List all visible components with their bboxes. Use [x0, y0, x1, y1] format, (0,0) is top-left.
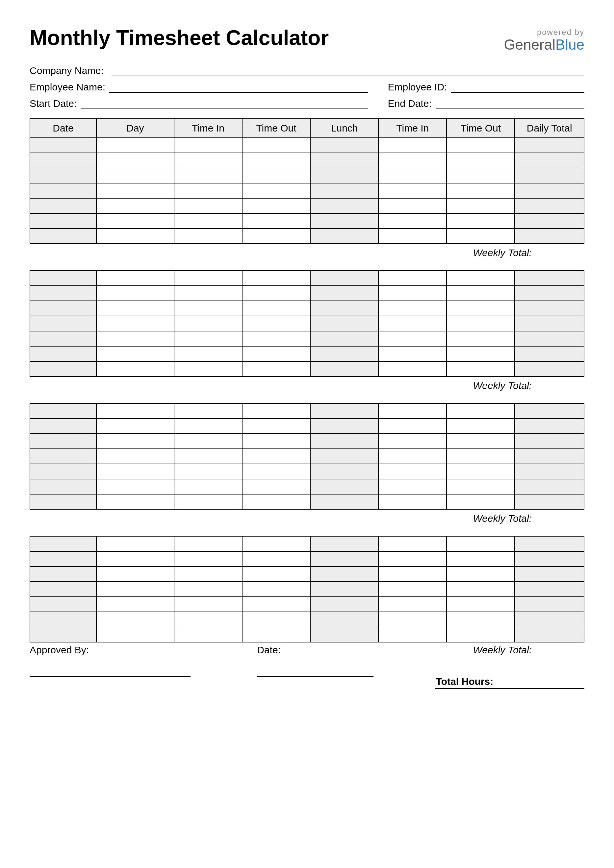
cell-daily-total[interactable]	[515, 612, 584, 627]
cell-time-out-2[interactable]	[446, 494, 515, 509]
approved-by-input[interactable]	[30, 676, 191, 677]
cell-time-in-2[interactable]	[378, 597, 446, 612]
cell-date[interactable]	[30, 153, 96, 168]
cell-date[interactable]	[30, 168, 96, 183]
cell-time-in[interactable]	[174, 286, 242, 301]
cell-day[interactable]	[96, 271, 174, 286]
cell-lunch[interactable]	[310, 627, 378, 642]
cell-time-out-2[interactable]	[446, 479, 515, 494]
cell-time-in-2[interactable]	[378, 168, 446, 183]
cell-lunch[interactable]	[310, 597, 378, 612]
cell-time-out-2[interactable]	[446, 418, 515, 434]
cell-time-in[interactable]	[174, 597, 242, 612]
cell-daily-total[interactable]	[515, 346, 584, 361]
cell-date[interactable]	[30, 316, 96, 331]
cell-time-in-2[interactable]	[378, 434, 446, 449]
cell-daily-total[interactable]	[515, 138, 584, 153]
cell-time-out[interactable]	[242, 138, 310, 153]
cell-lunch[interactable]	[310, 418, 378, 434]
cell-time-out-2[interactable]	[446, 168, 515, 183]
cell-date[interactable]	[30, 597, 96, 612]
cell-date[interactable]	[30, 183, 96, 198]
cell-time-in[interactable]	[174, 494, 242, 509]
cell-day[interactable]	[96, 403, 174, 418]
cell-lunch[interactable]	[310, 464, 378, 479]
cell-time-in-2[interactable]	[378, 479, 446, 494]
cell-lunch[interactable]	[310, 301, 378, 316]
cell-time-out[interactable]	[242, 168, 310, 183]
cell-day[interactable]	[96, 301, 174, 316]
cell-date[interactable]	[30, 479, 96, 494]
cell-day[interactable]	[96, 566, 174, 581]
cell-time-in-2[interactable]	[378, 271, 446, 286]
cell-time-in[interactable]	[174, 434, 242, 449]
cell-lunch[interactable]	[310, 566, 378, 581]
cell-lunch[interactable]	[310, 183, 378, 198]
cell-time-out-2[interactable]	[446, 581, 515, 597]
cell-lunch[interactable]	[310, 271, 378, 286]
cell-daily-total[interactable]	[515, 198, 584, 213]
cell-day[interactable]	[96, 361, 174, 377]
cell-time-in-2[interactable]	[378, 316, 446, 331]
cell-daily-total[interactable]	[515, 536, 584, 551]
cell-date[interactable]	[30, 138, 96, 153]
cell-daily-total[interactable]	[515, 286, 584, 301]
cell-time-out[interactable]	[242, 361, 310, 377]
cell-time-in-2[interactable]	[378, 361, 446, 377]
cell-date[interactable]	[30, 331, 96, 346]
cell-time-out[interactable]	[242, 316, 310, 331]
cell-time-in-2[interactable]	[378, 138, 446, 153]
cell-time-in-2[interactable]	[378, 183, 446, 198]
cell-lunch[interactable]	[310, 494, 378, 509]
cell-lunch[interactable]	[310, 331, 378, 346]
cell-time-out[interactable]	[242, 627, 310, 642]
cell-daily-total[interactable]	[515, 566, 584, 581]
cell-date[interactable]	[30, 434, 96, 449]
cell-date[interactable]	[30, 464, 96, 479]
cell-time-out-2[interactable]	[446, 551, 515, 566]
cell-time-in-2[interactable]	[378, 551, 446, 566]
cell-time-in[interactable]	[174, 198, 242, 213]
cell-date[interactable]	[30, 198, 96, 213]
cell-time-in-2[interactable]	[378, 418, 446, 434]
cell-lunch[interactable]	[310, 449, 378, 464]
cell-lunch[interactable]	[310, 168, 378, 183]
cell-date[interactable]	[30, 228, 96, 243]
cell-day[interactable]	[96, 434, 174, 449]
cell-time-out-2[interactable]	[446, 464, 515, 479]
cell-day[interactable]	[96, 198, 174, 213]
cell-time-out[interactable]	[242, 494, 310, 509]
cell-time-out-2[interactable]	[446, 301, 515, 316]
cell-lunch[interactable]	[310, 316, 378, 331]
cell-lunch[interactable]	[310, 434, 378, 449]
cell-time-in-2[interactable]	[378, 286, 446, 301]
cell-time-out[interactable]	[242, 301, 310, 316]
cell-time-in-2[interactable]	[378, 566, 446, 581]
cell-time-in[interactable]	[174, 153, 242, 168]
cell-time-in[interactable]	[174, 316, 242, 331]
cell-day[interactable]	[96, 627, 174, 642]
cell-day[interactable]	[96, 536, 174, 551]
cell-time-out[interactable]	[242, 566, 310, 581]
cell-time-out[interactable]	[242, 183, 310, 198]
cell-lunch[interactable]	[310, 138, 378, 153]
cell-lunch[interactable]	[310, 479, 378, 494]
cell-time-in[interactable]	[174, 464, 242, 479]
cell-lunch[interactable]	[310, 581, 378, 597]
cell-time-out-2[interactable]	[446, 566, 515, 581]
cell-time-in[interactable]	[174, 301, 242, 316]
cell-time-out[interactable]	[242, 597, 310, 612]
cell-time-in[interactable]	[174, 346, 242, 361]
employee-name-input[interactable]	[109, 82, 368, 93]
cell-time-out[interactable]	[242, 403, 310, 418]
cell-time-in[interactable]	[174, 213, 242, 228]
cell-daily-total[interactable]	[515, 228, 584, 243]
cell-daily-total[interactable]	[515, 627, 584, 642]
cell-time-out[interactable]	[242, 551, 310, 566]
cell-date[interactable]	[30, 271, 96, 286]
employee-id-input[interactable]	[451, 82, 584, 93]
cell-time-in[interactable]	[174, 551, 242, 566]
cell-day[interactable]	[96, 612, 174, 627]
cell-date[interactable]	[30, 286, 96, 301]
cell-time-in-2[interactable]	[378, 228, 446, 243]
